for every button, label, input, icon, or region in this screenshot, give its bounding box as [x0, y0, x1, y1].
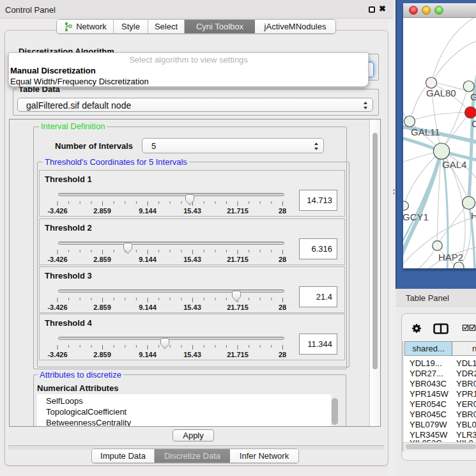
- svg-text:GAL80: GAL80: [426, 88, 456, 98]
- svg-text:HIS: HIS: [471, 210, 476, 221]
- svg-text:GAL4: GAL4: [442, 159, 466, 170]
- svg-text:HAP2: HAP2: [438, 252, 463, 263]
- svg-text:GAL2: GAL2: [470, 91, 476, 102]
- svg-text:GCY1: GCY1: [403, 211, 429, 222]
- svg-text:GAL11: GAL11: [411, 127, 440, 137]
- svg-text:CYC: CYC: [472, 118, 476, 129]
